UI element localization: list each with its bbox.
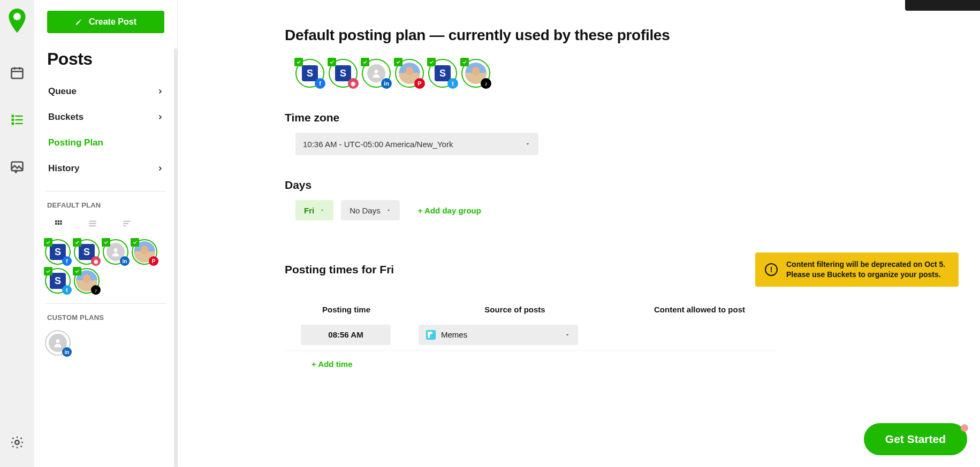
- chevron-down-icon: [525, 141, 531, 147]
- table-row: 08:56 AMMemes: [285, 319, 777, 351]
- profile-row: SfS◉inPSt♪: [285, 59, 959, 88]
- check-icon: [394, 58, 402, 66]
- view-toggle: [34, 216, 177, 237]
- check-icon: [328, 58, 336, 66]
- profile-avatar[interactable]: St: [45, 268, 71, 294]
- sidebar: Create Post Posts Queue Buckets Posting …: [34, 0, 178, 467]
- profile-avatar[interactable]: Sf: [45, 239, 71, 265]
- check-icon: [361, 58, 369, 66]
- default-plan-label: DEFAULT PLAN: [34, 201, 177, 216]
- tt-badge-icon: ♪: [91, 285, 101, 295]
- profile-avatar[interactable]: P: [395, 59, 424, 88]
- svg-point-9: [15, 440, 19, 444]
- add-day-group-link[interactable]: + Add day group: [418, 206, 481, 215]
- main-content: Default posting plan — currently used by…: [178, 0, 980, 467]
- check-icon: [44, 267, 52, 275]
- check-icon: [427, 58, 436, 66]
- deprecation-warning: ! Content filtering will be deprecated o…: [755, 252, 959, 287]
- sidebar-item-posting-plan[interactable]: Posting Plan: [39, 130, 173, 156]
- svg-rect-3: [12, 119, 14, 121]
- no-days-pill[interactable]: No Days: [341, 200, 400, 220]
- profile-avatar[interactable]: in: [362, 59, 391, 88]
- create-post-label: Create Post: [89, 17, 136, 27]
- sidebar-item-history[interactable]: History: [39, 156, 173, 181]
- create-post-button[interactable]: Create Post: [47, 11, 164, 33]
- svg-rect-5: [16, 116, 23, 117]
- no-days-label: No Days: [350, 206, 381, 215]
- svg-point-22: [114, 248, 118, 252]
- check-icon: [102, 238, 110, 247]
- svg-point-23: [56, 339, 60, 343]
- buckets-label: Buckets: [48, 112, 83, 123]
- svg-rect-12: [60, 220, 62, 222]
- add-time-link[interactable]: + Add time: [312, 359, 777, 369]
- col-source: Source of posts: [435, 305, 595, 314]
- profile-avatar[interactable]: in: [103, 239, 128, 265]
- svg-rect-20: [123, 223, 128, 224]
- profile-avatar[interactable]: Sf: [295, 59, 324, 88]
- warning-icon: !: [765, 263, 778, 276]
- rail-calendar[interactable]: [0, 56, 34, 90]
- app-logo: [8, 9, 26, 32]
- check-icon: [73, 267, 81, 275]
- timezone-select[interactable]: 10:36 AM - UTC-05:00 America/New_York: [295, 133, 538, 155]
- rail-media[interactable]: [0, 150, 34, 184]
- sidebar-item-queue[interactable]: Queue: [39, 79, 173, 104]
- table-head: Posting time Source of posts Content all…: [285, 305, 777, 319]
- notification-dot: [961, 424, 968, 432]
- tt-badge-icon: ♪: [481, 78, 491, 89]
- svg-rect-10: [55, 220, 57, 222]
- posting-times-title: Posting times for Fri: [285, 263, 394, 276]
- svg-rect-2: [12, 115, 14, 118]
- posting-times-header: Posting times for Fri ! Content filterin…: [285, 252, 959, 287]
- svg-rect-13: [55, 223, 57, 225]
- pt-badge-icon: P: [149, 256, 158, 266]
- get-started-button[interactable]: Get Started: [864, 423, 967, 455]
- profile-avatar[interactable]: ♪: [74, 268, 100, 294]
- posting-time-input[interactable]: 08:56 AM: [301, 325, 391, 345]
- check-icon: [294, 58, 303, 66]
- profile-avatar[interactable]: ♪: [461, 59, 490, 88]
- day-pill-selected[interactable]: Fri: [295, 200, 333, 220]
- sidebar-item-buckets[interactable]: Buckets: [39, 104, 173, 130]
- custom-plans-label: CUSTOM PLANS: [34, 313, 177, 328]
- svg-rect-14: [58, 223, 59, 225]
- view-grid-button[interactable]: [52, 218, 64, 229]
- svg-rect-21: [123, 225, 126, 226]
- divider: [45, 303, 166, 304]
- sidebar-title: Posts: [34, 49, 177, 79]
- svg-rect-16: [89, 221, 96, 222]
- profile-avatar[interactable]: S◉: [329, 59, 358, 88]
- rail-posts[interactable]: [0, 103, 34, 137]
- profile-avatar[interactable]: in: [45, 330, 71, 356]
- svg-rect-18: [89, 225, 96, 226]
- profile-avatar[interactable]: S◉: [74, 239, 100, 265]
- chevron-right-icon: [157, 114, 163, 120]
- get-started-label: Get Started: [885, 433, 946, 445]
- ig-badge-icon: ◉: [91, 256, 101, 266]
- check-icon: [460, 58, 469, 66]
- view-list-button[interactable]: [87, 218, 98, 229]
- queue-label: Queue: [48, 86, 77, 97]
- profile-grid: SfS◉inPSt♪: [34, 237, 177, 294]
- chevron-down-icon: [564, 332, 571, 338]
- svg-rect-19: [123, 221, 130, 222]
- check-icon: [131, 238, 139, 247]
- li-badge-icon: in: [62, 347, 72, 357]
- view-sort-button[interactable]: [121, 218, 133, 229]
- posting-times-table: Posting time Source of posts Content all…: [285, 305, 777, 369]
- svg-point-0: [14, 14, 19, 19]
- col-posting-time: Posting time: [285, 305, 408, 314]
- profile-avatar[interactable]: P: [132, 239, 157, 265]
- profile-avatar[interactable]: St: [428, 59, 457, 88]
- bucket-icon: [426, 330, 436, 340]
- svg-rect-17: [89, 223, 96, 224]
- posting-plan-label: Posting Plan: [48, 137, 103, 148]
- rail-settings[interactable]: [0, 425, 34, 460]
- check-icon: [73, 238, 81, 247]
- custom-profile-grid: in: [34, 328, 177, 356]
- side-nav: Queue Buckets Posting Plan History: [34, 79, 177, 181]
- fb-badge-icon: f: [315, 78, 325, 89]
- source-select[interactable]: Memes: [419, 325, 578, 345]
- chevron-down-icon: [320, 208, 325, 213]
